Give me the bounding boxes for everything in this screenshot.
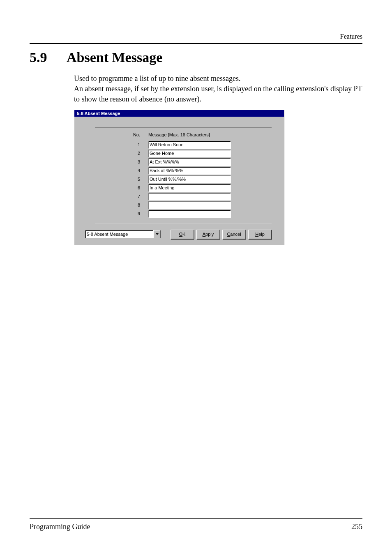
message-input-8[interactable] <box>148 201 231 209</box>
help-button[interactable]: Help <box>248 230 272 239</box>
message-row: 5 Out Until %%/%% <box>95 175 272 184</box>
absent-message-window: 5-8 Absent Message No. Message [Max. 16 … <box>74 110 284 245</box>
page-number: 255 <box>351 523 362 531</box>
footer-left: Programming Guide <box>30 523 90 531</box>
row-number: 1 <box>95 142 148 147</box>
row-number: 5 <box>95 177 148 182</box>
message-input-4[interactable]: Back at %%:%% <box>148 167 231 175</box>
message-row: 6 In a Meeting <box>95 184 272 192</box>
page-header-category: Features <box>30 33 362 40</box>
row-number: 2 <box>95 151 148 156</box>
message-input-5[interactable]: Out Until %%/%% <box>148 175 231 183</box>
message-row: 7 <box>95 192 272 201</box>
footer-rule <box>30 518 362 519</box>
paragraph-2: An absent message, if set by the extensi… <box>74 85 362 103</box>
row-number: 8 <box>95 203 148 207</box>
message-input-7[interactable] <box>148 193 231 200</box>
row-number: 6 <box>95 185 148 190</box>
message-input-2[interactable]: Gone Home <box>148 150 231 157</box>
bottom-bar: 5-8 Absent Message OK Apply C <box>83 230 272 242</box>
screen-select-combo[interactable]: 5-8 Absent Message <box>85 230 161 238</box>
window-title-bar: 5-8 Absent Message <box>74 110 284 117</box>
row-number: 3 <box>95 159 148 164</box>
message-input-3[interactable]: At Ext %%%% <box>148 158 231 166</box>
page-footer: Programming Guide 255 <box>30 518 362 531</box>
column-headers: No. Message [Max. 16 Characters] <box>83 132 272 137</box>
column-no-header: No. <box>95 132 148 137</box>
svg-marker-0 <box>156 233 159 235</box>
ok-button[interactable]: OK <box>171 230 194 239</box>
message-row: 4 Back at %%:%% <box>95 166 272 175</box>
chevron-down-icon[interactable] <box>153 230 161 238</box>
section-title-row: 5.9 Absent Message <box>30 50 362 65</box>
apply-button[interactable]: Apply <box>196 230 220 239</box>
column-message-header: Message [Max. 16 Characters] <box>148 132 272 137</box>
header-rule <box>30 43 362 44</box>
row-number: 4 <box>95 168 148 173</box>
message-row: 8 <box>95 201 272 210</box>
body-text: Used to programme a list of up to nine a… <box>74 74 362 105</box>
message-rows: 1 Will Return Soon 2 Gone Home 3 At Ext … <box>83 140 272 218</box>
bevel-line <box>95 127 272 128</box>
section-number: 5.9 <box>30 50 67 65</box>
message-row: 2 Gone Home <box>95 149 272 158</box>
combo-value: 5-8 Absent Message <box>85 230 153 238</box>
message-row: 1 Will Return Soon <box>95 140 272 149</box>
bevel-line <box>95 223 272 224</box>
message-input-1[interactable]: Will Return Soon <box>148 141 231 149</box>
message-input-6[interactable]: In a Meeting <box>148 184 231 192</box>
paragraph-1: Used to programme a list of up to nine a… <box>74 74 240 83</box>
row-number: 7 <box>95 194 148 199</box>
message-row: 3 At Ext %%%% <box>95 158 272 166</box>
message-row: 9 <box>95 210 272 218</box>
cancel-button[interactable]: Cancel <box>222 230 246 239</box>
message-input-9[interactable] <box>148 210 231 218</box>
row-number: 9 <box>95 211 148 216</box>
section-title: Absent Message <box>67 50 162 65</box>
